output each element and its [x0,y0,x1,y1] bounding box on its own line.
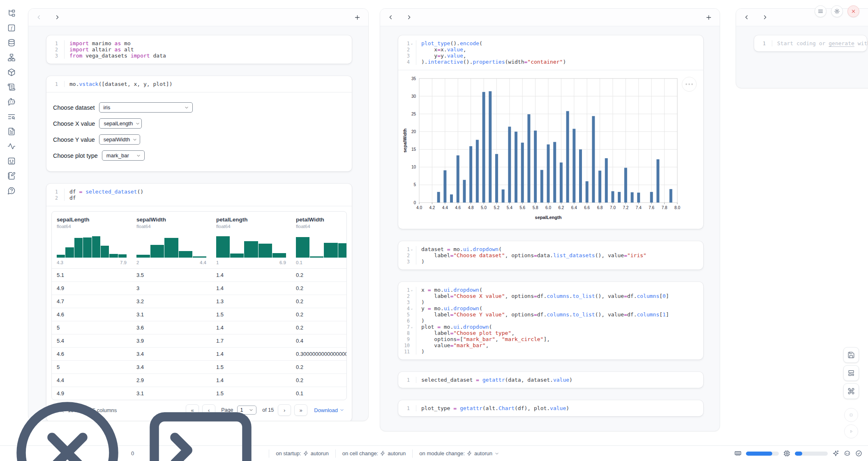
chart-menu-button[interactable] [682,77,697,92]
runtime-config-on-cell-change[interactable]: on cell change:autorun [342,450,406,456]
code-line: 1mo.vstack([dataset, x, y, plot]) [46,81,352,87]
command-button[interactable] [843,383,859,399]
sidebar-item-file-text[interactable] [7,127,16,136]
table-cell: 3.4 [132,348,211,361]
cell-xy-plot-dropdowns: 1⌄x = mo.ui.dropdown(2 label="Choose X v… [398,282,703,360]
sidebar-item-bot[interactable] [7,98,16,106]
database-icon [7,41,16,48]
table-row: 4.63.11.50.2setosa [52,308,347,321]
empty-cell: 1 Start coding or generate with AI [754,35,867,51]
dropdown-select[interactable]: iris [99,102,193,113]
terminal-button[interactable] [139,391,262,461]
dropdown-select[interactable]: sepalLength [99,118,142,129]
chevron-right-icon[interactable] [762,14,768,21]
next-page-button[interactable]: › [278,404,291,416]
code-editor[interactable]: 1selected_dataset = getattr(data, datase… [398,372,703,388]
stop-button[interactable] [844,408,858,422]
sidebar-item-notebook-pen[interactable] [7,172,16,180]
table-cell: 0.2 [291,269,347,282]
table-cell: 3.9 [132,334,211,348]
line-gutter: 4⌄ [398,305,416,311]
fold-chevron-icon[interactable]: ⌄ [410,307,414,310]
add-cell-button[interactable] [705,14,712,21]
table-cell: 1.4 [211,282,291,295]
error-indicator[interactable]: 0 [6,391,134,461]
activity-icon [7,145,16,152]
line-gutter: 1 [754,40,772,46]
code-editor[interactable]: 1plot_type = getattr(alt.Chart(df), plot… [398,400,703,416]
table-cell: 3.5 [132,269,211,282]
chevron-right-icon[interactable] [54,14,60,21]
runtime-config-on-module-change[interactable]: on module change:autorun [419,450,499,456]
runtime-config-on-startup[interactable]: on startup:autorun [276,450,329,456]
chevron-left-icon[interactable] [36,14,42,21]
svg-text:4.8: 4.8 [468,205,474,210]
table-cell: 3.1 [132,308,211,321]
dropdown-label: Choose Y value [53,136,95,143]
code-line: 2df [46,195,352,201]
sidebar-item-activity[interactable] [7,142,16,150]
line-gutter: 8 [398,330,416,336]
memory-usage-meter [746,452,779,456]
fold-chevron-icon[interactable]: ⌄ [410,247,414,251]
copilot-icon[interactable] [844,450,851,457]
fold-chevron-icon[interactable]: ⌄ [410,41,414,45]
chevron-down-icon [132,137,137,142]
chevron-left-icon[interactable] [388,14,394,21]
sidebar-item-scroll-text[interactable] [7,83,16,91]
code-editor[interactable]: 1import marimo as mo2import altair as al… [46,35,352,64]
sidebar-item-database[interactable] [7,39,16,47]
menu-button[interactable] [815,5,826,17]
code-editor[interactable]: 1⌄plot_type().encode(2 x=x.value,3 y=y.v… [398,35,703,70]
ai-sparkles-icon[interactable] [832,450,839,457]
download-button[interactable]: Download [314,407,344,413]
code-editor[interactable]: 1df = selected_dataset()2df [46,184,352,206]
svg-text:7.6: 7.6 [649,205,654,210]
sidebar-item-text-search[interactable] [7,113,16,121]
dropdown-select[interactable]: mark_bar [102,150,145,161]
line-gutter: 11 [398,348,416,355]
fold-chevron-icon[interactable]: ⌄ [410,325,414,329]
bar-chart[interactable]: 051015202530354.04.24.44.64.85.05.25.45.… [398,72,704,225]
table-cell: 0.2 [291,308,347,321]
code-editor[interactable]: 1 Start coding or generate with AI [754,35,867,51]
sidebar-item-help-circle[interactable] [7,187,16,195]
code-line: 1⌄dataset = mo.ui.dropdown( [398,246,703,252]
table-cell: 1.4 [211,348,291,361]
memory-icon [734,450,741,457]
sidebar-item-file-tree[interactable] [7,9,16,17]
chevron-left-icon[interactable] [743,14,750,21]
last-page-button[interactable]: » [294,404,307,416]
close-button[interactable] [847,5,859,17]
sidebar-item-snippets[interactable] [7,157,16,165]
table-cell: 4.6 [52,348,132,361]
code-editor[interactable]: 1⌄x = mo.ui.dropdown(2 label="Choose X v… [398,282,703,360]
sidebar-item-function-square[interactable]: f [7,24,16,32]
cell-output: Choose datasetirisChoose X valuesepalLen… [46,92,352,171]
dropdown-select[interactable]: sepalWidth [99,134,140,145]
dropdown-row: Choose plot typemark_bar [53,150,345,161]
line-gutter: 3 [398,53,416,59]
sidebar-item-package[interactable] [7,68,16,76]
sidebar-item-workflow[interactable] [7,53,16,62]
column-type: float64 [136,224,206,229]
generate-link[interactable]: generate [829,40,854,46]
code-editor[interactable]: 1mo.vstack([dataset, x, y, plot]) [46,76,352,92]
code-editor[interactable]: 1⌄dataset = mo.ui.dropdown(2 label="Choo… [398,241,703,270]
chevron-right-icon[interactable] [406,14,412,21]
svg-text:6.4: 6.4 [571,205,577,210]
dropdown-label: Choose plot type [53,152,98,159]
run-button[interactable] [844,424,858,438]
add-cell-button[interactable] [354,14,361,21]
line-gutter: 1 [46,81,65,87]
line-gutter: 5 [398,311,416,318]
fold-chevron-icon[interactable]: ⌄ [410,288,414,292]
table-row: 53.41.50.2setosa [52,361,347,374]
settings-button[interactable] [831,5,843,17]
code-line: 9 options=["mark_bar", "mark_circle"], [398,336,703,342]
cpu-usage-meter [795,452,828,456]
save-button[interactable] [843,347,859,363]
column-histogram [296,235,347,258]
panel-layout-button[interactable] [843,365,859,381]
check-circle-icon[interactable] [855,450,862,457]
